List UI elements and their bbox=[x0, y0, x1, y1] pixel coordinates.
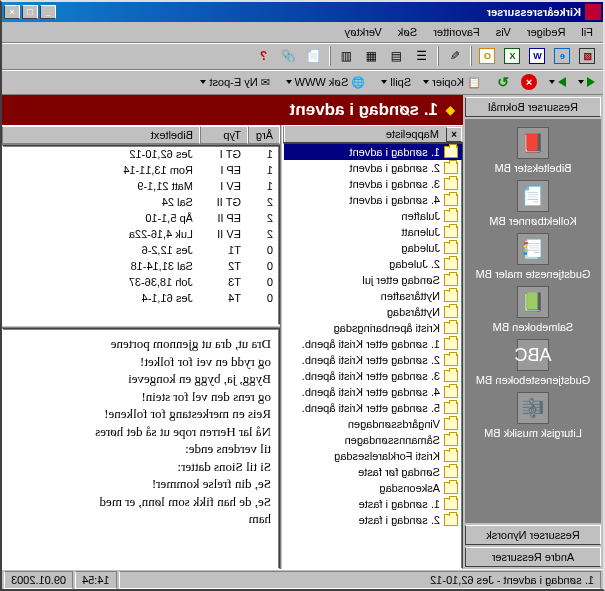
tb-word-icon[interactable]: W bbox=[526, 45, 549, 67]
tree-item[interactable]: 2. Juledag bbox=[284, 256, 462, 272]
scripture-text[interactable]: Dra ut, dra ut gjennom porteneog rydd en… bbox=[2, 328, 280, 569]
tree-header: Mappeliste bbox=[283, 126, 445, 142]
table-row[interactable]: 2EV II Luk 4,16-22a bbox=[3, 226, 279, 242]
tree-item-label: Juledag bbox=[401, 242, 440, 254]
back-button[interactable] bbox=[574, 75, 599, 89]
tb-wand-icon[interactable]: ✎ bbox=[443, 45, 466, 67]
tree-item[interactable]: Nyttårsdag bbox=[284, 304, 462, 320]
new-mail-button[interactable]: ✉Ny E-post bbox=[196, 74, 273, 91]
tree-item[interactable]: 1. søndag i advent bbox=[284, 144, 462, 160]
tree-item[interactable]: Askeonsdag bbox=[284, 480, 462, 496]
table-row[interactable]: 2GT II Sal 24 bbox=[3, 194, 279, 210]
tb-link-icon[interactable]: 🔗 bbox=[277, 45, 300, 67]
tree-item[interactable]: Kristi åpenbaringsdag bbox=[284, 320, 462, 336]
menubar: FilRedigerVisFavoritterSøkVerktøy bbox=[2, 22, 603, 42]
menu-rediger[interactable]: Rediger bbox=[521, 24, 572, 40]
tree-item[interactable]: 3. søndag i advent bbox=[284, 176, 462, 192]
menu-søk[interactable]: Søk bbox=[392, 24, 424, 40]
menu-favoritter[interactable]: Favoritter bbox=[427, 24, 485, 40]
tree-item[interactable]: Kristi Forklarelsesdag bbox=[284, 448, 462, 464]
cell-arg: 2 bbox=[247, 226, 279, 242]
tree-item[interactable]: Julaften bbox=[284, 208, 462, 224]
folder-icon bbox=[444, 210, 458, 222]
sidebar-item[interactable]: 🎼Liturgisk musikk BM bbox=[484, 392, 582, 439]
table-row[interactable]: 0T1 Jes 12,2-6 bbox=[3, 242, 279, 258]
tb-ie-icon[interactable]: e bbox=[551, 45, 574, 67]
forward-button[interactable] bbox=[545, 75, 570, 89]
sidebar-item[interactable]: 📑Gudstjeneste maler BM bbox=[476, 233, 591, 280]
search-www-button[interactable]: 🌐Søk WWW bbox=[282, 74, 370, 91]
minimize-button[interactable]: _ bbox=[40, 5, 56, 19]
tb-tree-icon[interactable]: ☰ bbox=[410, 45, 433, 67]
tb-list-icon[interactable]: ▤ bbox=[385, 45, 408, 67]
sidebar-item[interactable]: 📄Kollektbønner BM bbox=[489, 180, 576, 227]
table-row[interactable]: 0T4 Jes 61,1-4 bbox=[3, 290, 279, 306]
tree-item[interactable]: 2. søndag etter Kristi åpenb. bbox=[284, 352, 462, 368]
tree-item[interactable]: 4. søndag i advent bbox=[284, 192, 462, 208]
menu-fil[interactable]: Fil bbox=[575, 24, 599, 40]
tb-blank-icon[interactable]: ▨ bbox=[576, 45, 599, 67]
tree-item[interactable]: Julenatt bbox=[284, 224, 462, 240]
sidebar-item-icon: 📕 bbox=[517, 127, 549, 159]
folder-icon bbox=[444, 402, 458, 414]
tree-close-button[interactable]: × bbox=[446, 127, 462, 142]
close-button[interactable]: × bbox=[4, 5, 20, 19]
table-row[interactable]: 0T2 Sal 31,14-18 bbox=[3, 258, 279, 274]
cell-bib: Åp 5,1-10 bbox=[3, 210, 199, 226]
tb-grid-icon[interactable]: ▦ bbox=[360, 45, 383, 67]
copy-button[interactable]: 📋Kopier bbox=[419, 74, 485, 91]
menu-vis[interactable]: Vis bbox=[490, 24, 517, 40]
sidebar-header-bokmal[interactable]: Ressurser Bokmål bbox=[465, 97, 601, 117]
spill-button[interactable]: Spill bbox=[377, 74, 415, 90]
tree-item-label: Julaften bbox=[401, 210, 440, 222]
tb-note-icon[interactable]: 📄 bbox=[302, 45, 325, 67]
tb-outlook-icon[interactable]: O bbox=[476, 45, 499, 67]
refresh-button[interactable]: ↻ bbox=[493, 72, 513, 92]
folder-tree[interactable]: 1. søndag i advent2. søndag i advent3. s… bbox=[283, 143, 463, 569]
table-row[interactable]: 1GT I Jes 62,10-12 bbox=[3, 146, 279, 162]
cell-typ: T4 bbox=[199, 290, 247, 306]
tree-item[interactable]: 1. søndag etter Kristi åpenb. bbox=[284, 336, 462, 352]
tb-detail-icon[interactable]: ▥ bbox=[335, 45, 358, 67]
col-bib[interactable]: Bibeltext bbox=[2, 126, 200, 144]
tree-item[interactable]: Søndag før faste bbox=[284, 464, 462, 480]
titlebar: Kirkeårsressurser _ □ × bbox=[2, 2, 603, 22]
tree-item[interactable]: 2. søndag i faste bbox=[284, 512, 462, 528]
tree-item[interactable]: 5. søndag etter Kristi åpenb. bbox=[284, 400, 462, 416]
stop-button[interactable]: × bbox=[517, 72, 541, 92]
menu-verktøy[interactable]: Verktøy bbox=[338, 24, 387, 40]
table-row[interactable]: 1EV I Matt 21,1-9 bbox=[3, 178, 279, 194]
tree-item[interactable]: Såmannssøndagen bbox=[284, 432, 462, 448]
table-row[interactable]: 0T3 Joh 18,36-37 bbox=[3, 274, 279, 290]
cell-arg: 0 bbox=[247, 274, 279, 290]
tree-item-label: 2. søndag i advent bbox=[349, 162, 440, 174]
col-typ[interactable]: Typ bbox=[200, 126, 248, 144]
tree-item[interactable]: Vingårdssøndagen bbox=[284, 416, 462, 432]
tree-item[interactable]: Juledag bbox=[284, 240, 462, 256]
tree-item[interactable]: 2. søndag i advent bbox=[284, 160, 462, 176]
statusbar: 1. søndag i advent - Jes 62,10-12 14:54 … bbox=[2, 569, 603, 589]
tree-item[interactable]: 1. søndag i faste bbox=[284, 496, 462, 512]
tb-help-icon[interactable]: ? bbox=[252, 45, 275, 67]
table-row[interactable]: 1EP I Rom 13,11-14 bbox=[3, 162, 279, 178]
v-splitter[interactable] bbox=[280, 125, 283, 569]
tree-item[interactable]: 4. søndag etter Kristi åpenb. bbox=[284, 384, 462, 400]
sidebar-item-label: Bibeltekster BM bbox=[494, 162, 571, 174]
tb-excel-icon[interactable]: X bbox=[501, 45, 524, 67]
sidebar-item[interactable]: 📕Bibeltekster BM bbox=[494, 127, 571, 174]
col-arg[interactable]: Årg bbox=[248, 126, 280, 144]
sidebar-header-other[interactable]: Andre Ressurser bbox=[465, 547, 601, 567]
table-body[interactable]: 1GT I Jes 62,10-121EP I Rom 13,11-141EV … bbox=[2, 145, 280, 325]
cell-typ: T3 bbox=[199, 274, 247, 290]
sidebar-header-nynorsk[interactable]: Ressurser Nynorsk bbox=[465, 525, 601, 545]
tree-item-label: 4. søndag i advent bbox=[349, 194, 440, 206]
scripture-line: Dra ut, dra ut gjennom portene bbox=[11, 335, 271, 353]
tree-item[interactable]: Søndag etter jul bbox=[284, 272, 462, 288]
sidebar-item[interactable]: ABCGudstjenesteboken BM bbox=[476, 339, 590, 386]
maximize-button[interactable]: □ bbox=[22, 5, 38, 19]
scripture-line: Reis en merkestang for folkene! bbox=[11, 405, 271, 423]
table-row[interactable]: 2EP II Åp 5,1-10 bbox=[3, 210, 279, 226]
tree-item[interactable]: 3. søndag etter Kristi åpenb. bbox=[284, 368, 462, 384]
tree-item[interactable]: Nyttårsaften bbox=[284, 288, 462, 304]
sidebar-item[interactable]: 📗Salmeboken BM bbox=[493, 286, 574, 333]
